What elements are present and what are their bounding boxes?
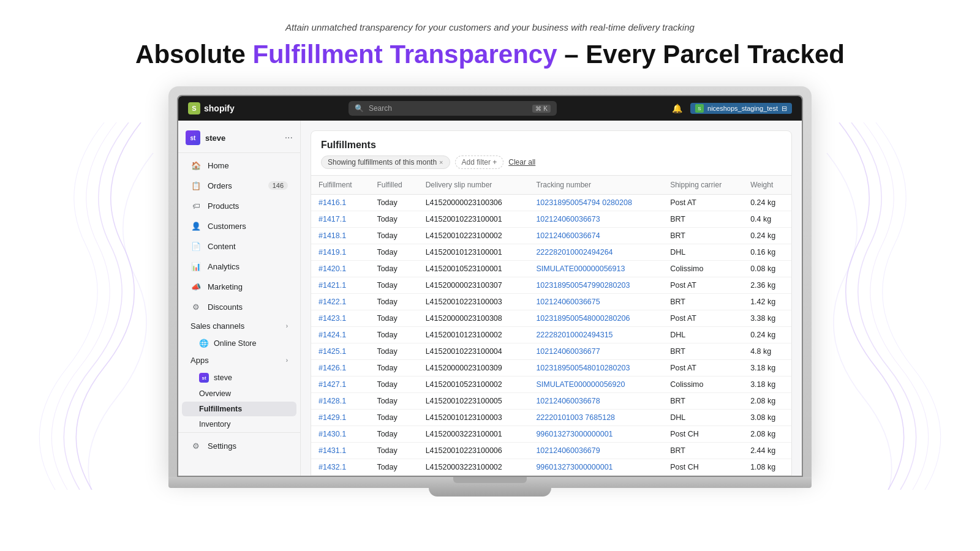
fulfillment-link[interactable]: #1418.1 bbox=[318, 231, 346, 240]
cell-fulfillment[interactable]: #1418.1 bbox=[311, 228, 369, 244]
sidebar-item-online-store[interactable]: 🌐 Online Store bbox=[182, 335, 296, 351]
sidebar-item-discounts[interactable]: ⚙ Discounts bbox=[182, 297, 296, 317]
fulfillment-link[interactable]: #1416.1 bbox=[318, 198, 346, 207]
cell-tracking[interactable]: SIMULATE000000056913 bbox=[529, 261, 663, 277]
user-menu-dots[interactable]: ··· bbox=[285, 132, 293, 143]
fulfillment-link[interactable]: #1420.1 bbox=[318, 264, 346, 273]
cell-tracking[interactable]: 996013273000000001 bbox=[529, 426, 663, 443]
cell-tracking[interactable]: 222282010002494315 bbox=[529, 327, 663, 343]
tracking-link[interactable]: 102124060036674 bbox=[536, 231, 600, 240]
fulfillment-link[interactable]: #1428.1 bbox=[318, 397, 346, 405]
tracking-link[interactable]: 102124060036675 bbox=[536, 298, 600, 306]
fulfillment-link[interactable]: #1429.1 bbox=[318, 413, 346, 422]
fulfillment-link[interactable]: #1426.1 bbox=[318, 364, 346, 372]
sidebar-item-fulfillments[interactable]: Fulfillments bbox=[182, 402, 296, 416]
sidebar-item-inventory[interactable]: Inventory bbox=[182, 417, 296, 432]
cell-tracking[interactable]: 1023189500548030280207 bbox=[529, 476, 663, 476]
cell-fulfillment[interactable]: #1417.1 bbox=[311, 211, 369, 228]
sidebar-item-products[interactable]: 🏷 Products bbox=[182, 196, 296, 216]
cell-tracking[interactable]: 1023189500548010280203 bbox=[529, 360, 663, 377]
fulfillment-link[interactable]: #1427.1 bbox=[318, 380, 346, 389]
sidebar-products-label: Products bbox=[208, 201, 239, 211]
cell-tracking[interactable]: 1023189500548000280206 bbox=[529, 310, 663, 327]
tracking-link[interactable]: 102318950054794 0280208 bbox=[536, 198, 631, 207]
cell-fulfillment[interactable]: #1426.1 bbox=[311, 360, 369, 377]
fulfillment-link[interactable]: #1423.1 bbox=[318, 314, 346, 323]
user-section: st steve ··· bbox=[178, 126, 300, 153]
search-input-wrapper[interactable]: 🔍 Search ⌘ K bbox=[349, 101, 557, 116]
filter-close-icon[interactable]: × bbox=[439, 159, 443, 166]
sidebar-apps[interactable]: Apps › bbox=[182, 351, 296, 369]
cell-fulfillment[interactable]: #1423.1 bbox=[311, 310, 369, 327]
cell-fulfillment[interactable]: #1416.1 bbox=[311, 195, 369, 211]
clear-all-button[interactable]: Clear all bbox=[508, 158, 535, 167]
cell-carrier: Post AT bbox=[663, 277, 743, 294]
cell-fulfillment[interactable]: #1422.1 bbox=[311, 294, 369, 310]
cell-fulfillment[interactable]: #1428.1 bbox=[311, 393, 369, 410]
sidebar-item-overview[interactable]: Overview bbox=[182, 386, 296, 401]
sidebar-item-orders[interactable]: 📋 Orders 146 bbox=[182, 176, 296, 195]
fulfillment-link[interactable]: #1432.1 bbox=[318, 463, 346, 471]
tracking-link[interactable]: 22220101003 7685128 bbox=[536, 413, 615, 422]
tracking-link[interactable]: 102124060036678 bbox=[536, 397, 600, 405]
search-bar[interactable]: 🔍 Search ⌘ K bbox=[349, 101, 557, 116]
cell-fulfillment[interactable]: #1421.1 bbox=[311, 277, 369, 294]
tracking-link[interactable]: SIMULATE000000056920 bbox=[536, 380, 625, 389]
fulfillments-card: Fulfillments Showing fulfillments of thi… bbox=[311, 130, 792, 476]
cell-fulfillment[interactable]: #1430.1 bbox=[311, 426, 369, 443]
cell-tracking[interactable]: 22220101003 7685128 bbox=[529, 410, 663, 426]
tracking-link[interactable]: 222282010002494315 bbox=[536, 331, 612, 339]
cell-fulfillment[interactable]: #1431.1 bbox=[311, 443, 369, 459]
cell-fulfillment[interactable]: #1420.1 bbox=[311, 261, 369, 277]
tracking-link[interactable]: 1023189500548010280203 bbox=[536, 364, 630, 372]
cell-tracking[interactable]: 102124060036674 bbox=[529, 228, 663, 244]
cell-tracking[interactable]: 1023189500547990280203 bbox=[529, 277, 663, 294]
sidebar-item-app-steve[interactable]: st steve bbox=[182, 370, 296, 386]
sidebar-item-analytics[interactable]: 📊 Analytics bbox=[182, 257, 296, 276]
fulfillment-link[interactable]: #1422.1 bbox=[318, 298, 346, 306]
fulfillment-link[interactable]: #1421.1 bbox=[318, 281, 346, 290]
cell-tracking[interactable]: 102124060036679 bbox=[529, 443, 663, 459]
tracking-link[interactable]: 996013273000000001 bbox=[536, 463, 612, 471]
sidebar-item-marketing[interactable]: 📣 Marketing bbox=[182, 277, 296, 296]
cell-tracking[interactable]: 222282010002494264 bbox=[529, 244, 663, 261]
tracking-link[interactable]: SIMULATE000000056913 bbox=[536, 264, 625, 273]
sidebar-item-content[interactable]: 📄 Content bbox=[182, 236, 296, 256]
cell-fulfillment[interactable]: #1429.1 bbox=[311, 410, 369, 426]
tracking-link[interactable]: 102124060036677 bbox=[536, 347, 600, 356]
tracking-link[interactable]: 1023189500548000280206 bbox=[536, 314, 630, 323]
filter-chip[interactable]: Showing fulfillments of this month × bbox=[321, 156, 450, 169]
cell-fulfillment[interactable]: #1425.1 bbox=[311, 343, 369, 360]
cell-fulfillment[interactable]: #1432.1 bbox=[311, 459, 369, 476]
bell-icon[interactable]: 🔔 bbox=[671, 102, 683, 114]
cell-tracking[interactable]: 102124060036677 bbox=[529, 343, 663, 360]
cell-tracking[interactable]: 102124060036673 bbox=[529, 211, 663, 228]
cell-tracking[interactable]: 102124060036675 bbox=[529, 294, 663, 310]
cell-fulfillment[interactable]: #1433.1 bbox=[311, 476, 369, 476]
tracking-link[interactable]: 102124060036673 bbox=[536, 215, 600, 223]
sidebar-item-settings[interactable]: ⚙ Settings bbox=[182, 436, 296, 455]
cell-tracking[interactable]: SIMULATE000000056920 bbox=[529, 377, 663, 393]
fulfillment-link[interactable]: #1424.1 bbox=[318, 331, 346, 339]
table-row: #1427.1 Today L41520010523100002 SIMULAT… bbox=[311, 377, 791, 393]
fulfillment-link[interactable]: #1431.1 bbox=[318, 446, 346, 455]
sidebar-item-home[interactable]: 🏠 Home bbox=[182, 156, 296, 175]
cell-tracking[interactable]: 102318950054794 0280208 bbox=[529, 195, 663, 211]
fulfillment-link[interactable]: #1417.1 bbox=[318, 215, 346, 223]
cell-fulfillment[interactable]: #1427.1 bbox=[311, 377, 369, 393]
tracking-link[interactable]: 996013273000000001 bbox=[536, 430, 612, 438]
cell-fulfillment[interactable]: #1424.1 bbox=[311, 327, 369, 343]
tracking-link[interactable]: 222282010002494264 bbox=[536, 248, 612, 257]
fulfillment-link[interactable]: #1419.1 bbox=[318, 248, 346, 257]
sidebar-item-customers[interactable]: 👤 Customers bbox=[182, 216, 296, 236]
fulfillment-link[interactable]: #1425.1 bbox=[318, 347, 346, 356]
fulfillment-link[interactable]: #1430.1 bbox=[318, 430, 346, 438]
cell-tracking[interactable]: 996013273000000001 bbox=[529, 459, 663, 476]
sidebar-sales-channels[interactable]: Sales channels › bbox=[182, 317, 296, 335]
add-filter-button[interactable]: Add filter + bbox=[455, 156, 504, 169]
cell-carrier: Post AT bbox=[663, 195, 743, 211]
tracking-link[interactable]: 1023189500547990280203 bbox=[536, 281, 630, 290]
tracking-link[interactable]: 102124060036679 bbox=[536, 446, 600, 455]
cell-fulfillment[interactable]: #1419.1 bbox=[311, 244, 369, 261]
cell-tracking[interactable]: 102124060036678 bbox=[529, 393, 663, 410]
